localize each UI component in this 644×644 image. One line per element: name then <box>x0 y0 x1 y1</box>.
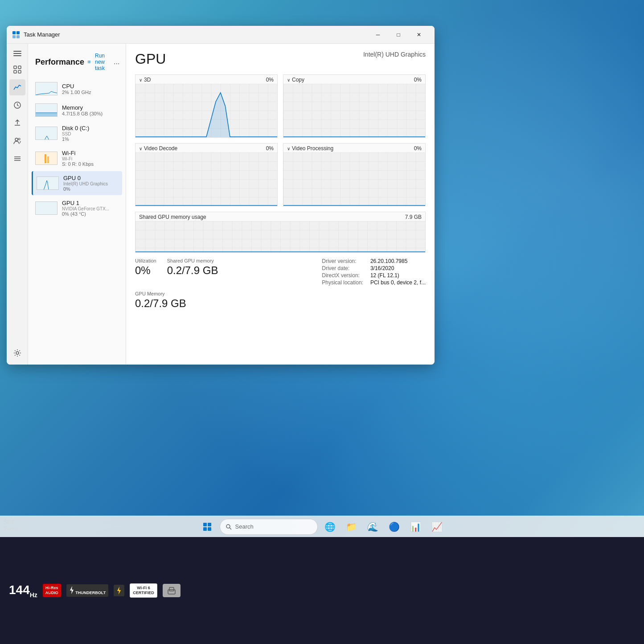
svg-point-14 <box>16 352 19 354</box>
nav-item-memory[interactable]: Memory 4.7/15.8 GB (30%) <box>32 100 122 120</box>
taskbar: Search 🌐 📁 🌊 🔵 📊 📈 <box>0 516 644 537</box>
disk-name: Disk 0 (C:) <box>62 125 119 131</box>
svg-rect-0 <box>12 31 16 34</box>
chart-copy-area <box>283 84 425 137</box>
svg-rect-4 <box>14 66 16 69</box>
maximize-button[interactable]: □ <box>388 28 409 42</box>
wifi-mini-chart <box>35 152 57 165</box>
svg-rect-18 <box>89 62 90 63</box>
sidebar-history-icon[interactable] <box>9 97 25 113</box>
taskbar-icon-4[interactable]: 🔵 <box>386 518 403 536</box>
physical-location-val: PCI bus 0, device 2, f... <box>370 279 426 286</box>
driver-date-val: 3/16/2020 <box>370 265 426 271</box>
chart-vp-text: Video Processing <box>292 145 333 152</box>
disk-detail: 1% <box>62 136 119 142</box>
hamburger-line-3 <box>13 55 21 56</box>
utilization-stat: Utilization 0% <box>135 258 156 286</box>
chart-3d-percent: 0% <box>266 77 274 83</box>
sidebar-settings-icon[interactable] <box>9 345 25 361</box>
svg-rect-42 <box>169 587 174 591</box>
svg-rect-2 <box>12 35 16 38</box>
detail-header: GPU Intel(R) UHD Graphics <box>135 51 426 67</box>
disk-info: Disk 0 (C:) SSD 1% <box>62 125 119 142</box>
taskbar-icon-2[interactable]: 📁 <box>343 518 361 536</box>
taskbar-icon-1[interactable]: 🌐 <box>321 518 339 536</box>
info-table: Driver version: 26.20.100.7985 Driver da… <box>322 258 426 286</box>
shared-memory-value: 0.2/7.9 GB <box>167 264 218 277</box>
gpu1-mini-chart <box>35 201 57 215</box>
gpu0-detail2: Intel(R) UHD Graphics <box>63 181 119 186</box>
more-options-button[interactable]: ... <box>114 58 119 66</box>
taskbar-icon-5[interactable]: 📊 <box>407 518 425 536</box>
utilization-label: Utilization <box>135 258 156 263</box>
chart-vp-chevron: ∨ <box>287 146 290 151</box>
chart-vp-area <box>283 152 425 206</box>
gpu-memory-value: 0.2/7.9 GB <box>135 297 426 310</box>
wifi-detail: S: 0 R: 0 Kbps <box>62 161 119 167</box>
cpu-detail: 2% 1.00 GHz <box>62 90 119 95</box>
memory-detail: 4.7/15.8 GB (30%) <box>62 111 119 116</box>
chart-copy-chevron: ∨ <box>287 78 290 82</box>
svg-rect-35 <box>203 527 207 531</box>
taskbar-icon-3[interactable]: 🌊 <box>364 518 382 536</box>
run-new-task-label: Run new task <box>93 53 107 71</box>
svg-rect-33 <box>203 523 207 526</box>
chart-vd-area <box>135 152 277 206</box>
taskbar-task-manager[interactable]: 📈 <box>428 518 446 536</box>
nav-panel: Performance Run new task ... <box>28 44 126 365</box>
chart-vp-percent: 0% <box>414 145 422 152</box>
svg-rect-32 <box>135 221 425 252</box>
disk-detail2: SSD <box>62 131 119 136</box>
sidebar-details-icon[interactable] <box>9 151 25 167</box>
svg-rect-17 <box>88 62 89 63</box>
sidebar-users-icon[interactable] <box>9 133 25 149</box>
shared-memory-label: Shared GPU memory <box>167 258 218 263</box>
driver-version-val: 26.20.100.7985 <box>370 258 426 264</box>
taskbar-search[interactable]: Search <box>220 519 318 535</box>
nav-title: Performance <box>35 57 84 67</box>
nav-item-gpu1[interactable]: GPU 1 NVIDIA GeForce GTX... 0% (43 °C) <box>32 196 122 220</box>
nav-item-gpu0[interactable]: GPU 0 Intel(R) UHD Graphics 0% <box>32 171 122 195</box>
directx-version-key: DirectX version: <box>322 272 363 279</box>
memory-name: Memory <box>62 104 119 111</box>
shared-memory-stat: Shared GPU memory 0.2/7.9 GB <box>167 258 218 286</box>
sidebar-performance-icon[interactable] <box>9 79 25 95</box>
nav-item-wifi[interactable]: Wi-Fi Wi-Fi S: 0 R: 0 Kbps <box>32 146 122 170</box>
svg-marker-39 <box>70 586 74 594</box>
gpu-title: GPU <box>135 51 166 67</box>
window-controls: ─ □ ✕ <box>368 28 429 42</box>
close-button[interactable]: ✕ <box>409 28 429 42</box>
driver-date-key: Driver date: <box>322 265 363 271</box>
chart-3d-text: 3D <box>144 77 151 83</box>
sidebar-icons <box>7 44 28 365</box>
nav-list: CPU 2% 1.00 GHz Memory 4.7/15.8 GB ( <box>28 77 126 365</box>
shared-gpu-header: Shared GPU memory usage 7.9 GB <box>135 212 425 221</box>
nav-item-cpu[interactable]: CPU 2% 1.00 GHz <box>32 78 122 99</box>
sidebar-processes-icon[interactable] <box>9 62 25 78</box>
svg-point-10 <box>18 138 20 140</box>
cpu-mini-chart <box>35 82 57 95</box>
gpu0-name: GPU 0 <box>63 175 119 181</box>
start-button[interactable] <box>198 518 216 536</box>
svg-rect-5 <box>18 66 21 69</box>
svg-point-9 <box>15 138 18 141</box>
directx-version-val: 12 (FL 12.1) <box>370 272 426 279</box>
hamburger-menu[interactable] <box>10 47 25 60</box>
sidebar-startup-icon[interactable] <box>9 115 25 131</box>
svg-rect-26 <box>283 84 425 137</box>
svg-rect-7 <box>18 70 21 73</box>
minimize-button[interactable]: ─ <box>368 28 388 42</box>
svg-rect-19 <box>36 113 57 117</box>
chart-vd-text: Video Decode <box>144 145 177 152</box>
title-bar: Task Manager ─ □ ✕ <box>7 26 435 44</box>
hamburger-line-1 <box>13 51 21 52</box>
physical-location-key: Physical location: <box>322 279 363 286</box>
charts-grid: ∨ 3D 0% <box>135 74 426 206</box>
svg-rect-6 <box>14 70 16 73</box>
chart-vd-chevron: ∨ <box>139 146 142 151</box>
run-new-task-button[interactable]: Run new task <box>84 51 110 73</box>
nav-item-disk[interactable]: Disk 0 (C:) SSD 1% <box>32 121 122 145</box>
gpu0-detail: 0% <box>63 186 119 192</box>
memory-mini-chart <box>35 103 57 117</box>
hamburger-line-2 <box>13 53 21 54</box>
